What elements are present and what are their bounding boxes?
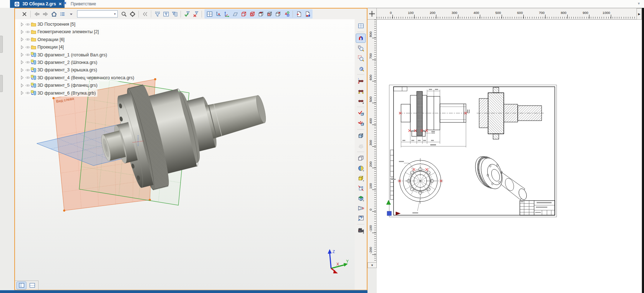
tree-item-9[interactable]: 3D фрагмент_5 (фланец.grs) — [19, 82, 99, 89]
locate-icon[interactable] — [128, 10, 136, 18]
tree-item-4[interactable]: Проекции [4] — [19, 44, 66, 51]
tree-item-3[interactable]: Операции [6] — [19, 36, 66, 43]
check2-cube-icon[interactable] — [356, 119, 365, 127]
check-cube-icon[interactable] — [356, 109, 365, 117]
eye-icon[interactable] — [25, 37, 31, 42]
split-h-icon[interactable] — [27, 282, 37, 289]
search-input[interactable] — [77, 11, 112, 17]
glasses-hide-icon[interactable] — [356, 76, 365, 85]
expander-icon[interactable] — [19, 75, 25, 81]
rotate-plane-icon[interactable] — [356, 141, 365, 150]
tree-item-10[interactable]: 3D фрагмент_6 (Втулка.grb) — [19, 90, 97, 97]
tree-item-2[interactable]: Геометрические элементы [2] — [19, 28, 101, 35]
fragment-icon[interactable] — [31, 82, 36, 88]
ruler-scroll-right-button[interactable]: ▶ — [637, 8, 642, 20]
expander-icon[interactable] — [19, 52, 25, 58]
axes-point-icon[interactable] — [214, 10, 222, 18]
cube-red-circle-icon[interactable] — [248, 10, 256, 18]
collapsed-panel-tab[interactable] — [0, 36, 3, 53]
eye-icon[interactable] — [25, 82, 31, 88]
video-camera-icon[interactable] — [356, 226, 365, 235]
cube-red-wire-icon[interactable] — [240, 10, 248, 18]
caret-icon[interactable] — [67, 10, 75, 18]
eye-icon[interactable] — [25, 44, 31, 50]
filter-x-icon[interactable] — [192, 10, 199, 18]
cube-gray-circle-icon[interactable] — [265, 10, 273, 18]
fragment-icon[interactable] — [31, 90, 36, 96]
fragment-icon[interactable] — [31, 60, 36, 65]
search-mag-icon[interactable] — [120, 10, 128, 18]
tree-item-1[interactable]: 3D Построения [5] — [19, 21, 77, 28]
fragment-icon[interactable] — [31, 75, 36, 81]
tab-list-dropdown-icon[interactable]: ▼ — [637, 2, 640, 5]
eye-icon[interactable] — [25, 90, 31, 96]
filter-window-icon[interactable] — [162, 10, 170, 18]
combo-dropdown-icon[interactable]: ▼ — [112, 12, 117, 16]
filter-list-icon[interactable] — [171, 10, 178, 18]
expander-icon[interactable] — [19, 37, 25, 42]
green-cube-icon[interactable] — [356, 194, 365, 202]
grid-window-icon[interactable] — [206, 10, 213, 18]
filter-check-icon[interactable] — [183, 10, 191, 18]
expander-icon[interactable] — [19, 29, 25, 35]
cube-top-red-icon[interactable] — [257, 10, 265, 18]
filter-dots-icon[interactable] — [153, 10, 161, 18]
tree-item-6[interactable]: 3D фрагмент_2 (Шпонка.grs) — [19, 59, 99, 66]
close-x-icon[interactable] — [20, 10, 28, 18]
cube-red-dot-icon[interactable] — [274, 10, 282, 18]
expander-icon[interactable] — [19, 67, 25, 73]
folder-icon[interactable] — [31, 37, 36, 42]
drawing-sheet[interactable] — [389, 85, 557, 217]
collapse2-icon[interactable] — [141, 10, 149, 18]
frustum-icon[interactable] — [356, 204, 365, 212]
forward-icon[interactable] — [41, 10, 49, 18]
eye-icon[interactable] — [25, 67, 31, 73]
home-icon[interactable] — [50, 10, 58, 18]
workplane-leaf-icon[interactable] — [231, 10, 239, 18]
ruler-corner[interactable] — [367, 8, 377, 20]
page-red-blue-icon[interactable] — [304, 10, 311, 18]
zoom-prev-icon[interactable] — [356, 64, 365, 72]
collapsed-panel-tab[interactable] — [0, 75, 3, 92]
fragment-icon[interactable] — [31, 52, 36, 58]
open-cube-icon[interactable] — [356, 154, 365, 162]
expander-icon[interactable] — [19, 82, 25, 88]
eye-icon[interactable] — [25, 21, 31, 27]
zoom-fragment-icon[interactable] — [356, 44, 365, 52]
magnet-icon[interactable] — [356, 34, 365, 42]
dof-shapes-icon[interactable] — [283, 10, 290, 18]
tab-welcome[interactable]: Приветствие — [58, 0, 99, 8]
yellow-cube-icon[interactable] — [356, 174, 365, 182]
expander-icon[interactable] — [19, 60, 25, 65]
render-sphere-icon[interactable] — [356, 164, 365, 172]
split-v-icon[interactable] — [17, 282, 26, 289]
eye-icon[interactable] — [25, 75, 31, 81]
axes-arrows-icon[interactable] — [223, 10, 230, 18]
tree-item-5[interactable]: 3D фрагмент_1 (готовый Вал.grs) — [19, 51, 109, 59]
search-combobox[interactable]: ▼ — [77, 10, 118, 17]
shade-cube-icon[interactable] — [356, 131, 365, 140]
list-menu-icon[interactable] — [59, 10, 66, 18]
back-icon[interactable] — [33, 10, 41, 18]
glasses-corner-icon[interactable] — [356, 96, 365, 105]
drawing-canvas[interactable] — [377, 20, 642, 293]
3d-viewport[interactable]: Вид слева — [15, 19, 355, 290]
tree-item-7[interactable]: 3D фрагмент_3 (крышка.grs) — [19, 66, 99, 74]
ruler-scroll-down-button[interactable]: ▼ — [367, 262, 377, 268]
panes-window-icon[interactable] — [356, 21, 365, 30]
expander-icon[interactable] — [19, 21, 25, 27]
expander-icon[interactable] — [19, 44, 25, 50]
tab-3d-assembly[interactable]: 3D Сборка 2.grs ✕ — [10, 0, 65, 8]
folder-icon[interactable] — [31, 29, 36, 35]
tree-item-8[interactable]: 3D фрагмент_4 (Венец червячного колеса.g… — [19, 74, 136, 81]
expander-icon[interactable] — [19, 90, 25, 96]
eye-icon[interactable] — [25, 29, 31, 35]
page-red-icon[interactable] — [295, 10, 303, 18]
folder-icon[interactable] — [31, 44, 36, 50]
section-cube-icon[interactable] — [356, 184, 365, 192]
fragment-icon[interactable] — [31, 67, 36, 73]
zoom-window-icon[interactable] — [356, 54, 365, 62]
wrench-window-icon[interactable] — [356, 214, 365, 222]
glasses-angle-icon[interactable] — [356, 86, 365, 95]
eye-icon[interactable] — [25, 52, 31, 58]
